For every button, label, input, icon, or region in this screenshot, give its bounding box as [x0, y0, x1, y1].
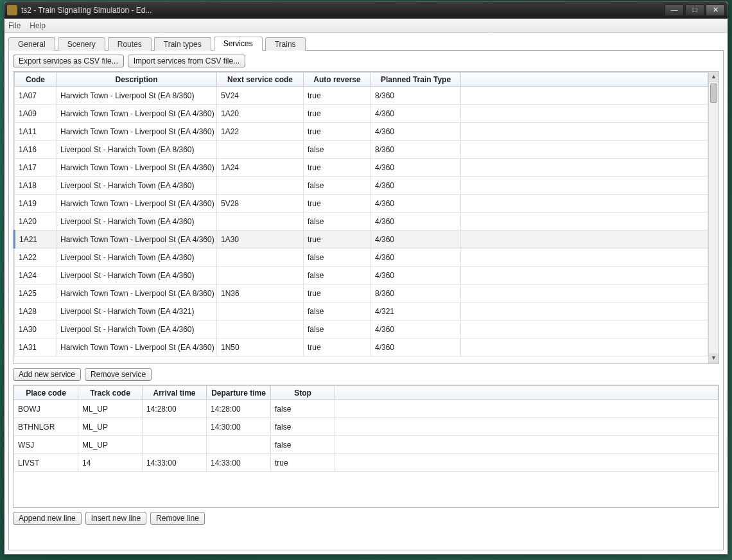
cell-next[interactable]: 5V24 [217, 87, 304, 105]
cell-arr[interactable] [143, 418, 207, 436]
remove-line-button[interactable]: Remove line [150, 512, 205, 525]
cell-desc[interactable]: Harwich Town Town - Liverpool St (EA 4/3… [57, 123, 217, 141]
cell-place[interactable]: WSJ [14, 436, 78, 454]
table-row[interactable]: BTHNLGRML_UP14:30:00false [14, 418, 719, 436]
col-track-code[interactable]: Track code [78, 386, 143, 400]
cell-type[interactable]: 8/360 [371, 284, 461, 302]
cell-type[interactable]: 4/360 [371, 177, 461, 195]
tab-routes[interactable]: Routes [108, 37, 152, 51]
titlebar[interactable]: ts2 - Train Signalling Simulation - Ed..… [4, 2, 728, 19]
cell-code[interactable]: 1A16 [15, 141, 57, 159]
tab-general[interactable]: General [8, 37, 55, 51]
cell-track[interactable]: 14 [78, 454, 143, 472]
cell-auto[interactable]: true [304, 338, 371, 356]
col-place-code[interactable]: Place code [14, 386, 78, 400]
col-arrival-time[interactable]: Arrival time [143, 386, 207, 400]
cell-desc[interactable]: Liverpool St - Harwich Town (EA 8/360) [57, 141, 217, 159]
col-departure-time[interactable]: Departure time [207, 386, 271, 400]
cell-code[interactable]: 1A07 [15, 87, 57, 105]
table-row[interactable]: 1A17Harwich Town Town - Liverpool St (EA… [15, 159, 708, 177]
col-auto-reverse[interactable]: Auto reverse [304, 73, 371, 87]
cell-auto[interactable]: true [304, 284, 371, 302]
table-row[interactable]: 1A16Liverpool St - Harwich Town (EA 8/36… [15, 141, 708, 159]
cell-desc[interactable]: Harwich Town Town - Liverpool St (EA 4/3… [57, 105, 217, 123]
cell-arr[interactable] [143, 436, 207, 454]
cell-code[interactable]: 1A22 [15, 249, 57, 267]
cell-arr[interactable]: 14:33:00 [143, 454, 207, 472]
cell-next[interactable] [217, 267, 304, 284]
scroll-up-icon[interactable]: ▲ [709, 72, 719, 82]
cell-type[interactable]: 4/360 [371, 320, 461, 338]
cell-type[interactable]: 4/360 [371, 338, 461, 356]
cell-desc[interactable]: Liverpool St - Harwich Town (EA 4/360) [57, 320, 217, 338]
tab-services[interactable]: Services [214, 37, 263, 51]
table-row[interactable]: LIVST1414:33:0014:33:00true [14, 454, 719, 472]
scroll-down-icon[interactable]: ▼ [709, 353, 719, 363]
table-row[interactable]: 1A07Harwich Town - Liverpool St (EA 8/36… [15, 87, 708, 105]
cell-desc[interactable]: Liverpool St - Harwich Town (EA 4/360) [57, 267, 217, 284]
cell-stop[interactable]: true [271, 454, 335, 472]
cell-auto[interactable]: false [304, 213, 371, 231]
col-code[interactable]: Code [15, 73, 57, 87]
table-row[interactable]: WSJML_UPfalse [14, 436, 719, 454]
cell-type[interactable]: 4/360 [371, 213, 461, 231]
cell-code[interactable]: 1A17 [15, 159, 57, 177]
cell-auto[interactable]: false [304, 320, 371, 338]
cell-stop[interactable]: false [271, 400, 335, 418]
cell-place[interactable]: BOWJ [14, 400, 78, 418]
table-row[interactable]: 1A11Harwich Town Town - Liverpool St (EA… [15, 123, 708, 141]
cell-code[interactable]: 1A19 [15, 195, 57, 213]
cell-next[interactable]: 1N50 [217, 338, 304, 356]
cell-desc[interactable]: Harwich Town Town - Liverpool St (EA 4/3… [57, 195, 217, 213]
cell-dep[interactable] [207, 436, 271, 454]
cell-type[interactable]: 8/360 [371, 141, 461, 159]
cell-code[interactable]: 1A18 [15, 177, 57, 195]
maximize-button[interactable]: □ [685, 4, 704, 16]
cell-auto[interactable]: true [304, 195, 371, 213]
cell-stop[interactable]: false [271, 418, 335, 436]
remove-service-button[interactable]: Remove service [85, 368, 152, 381]
cell-auto[interactable]: false [304, 141, 371, 159]
cell-desc[interactable]: Liverpool St - Harwich Town (EA 4/360) [57, 213, 217, 231]
close-button[interactable]: ✕ [706, 4, 725, 16]
cell-next[interactable]: 1N36 [217, 284, 304, 302]
table-row[interactable]: 1A30Liverpool St - Harwich Town (EA 4/36… [15, 320, 708, 338]
cell-next[interactable]: 1A20 [217, 105, 304, 123]
cell-next[interactable]: 1A22 [217, 123, 304, 141]
table-row[interactable]: 1A28Liverpool St - Harwich Town (EA 4/32… [15, 302, 708, 320]
cell-place[interactable]: BTHNLGR [14, 418, 78, 436]
col-description[interactable]: Description [57, 73, 217, 87]
cell-code[interactable]: 1A24 [15, 267, 57, 284]
cell-code[interactable]: 1A11 [15, 123, 57, 141]
export-csv-button[interactable]: Export services as CSV file... [13, 55, 124, 67]
cell-code[interactable]: 1A30 [15, 320, 57, 338]
cell-code[interactable]: 1A28 [15, 302, 57, 320]
col-planned-type[interactable]: Planned Train Type [371, 73, 461, 87]
table-row[interactable]: 1A09Harwich Town Town - Liverpool St (EA… [15, 105, 708, 123]
table-row[interactable]: 1A20Liverpool St - Harwich Town (EA 4/36… [15, 213, 708, 231]
cell-track[interactable]: ML_UP [78, 400, 143, 418]
cell-next[interactable] [217, 302, 304, 320]
cell-code[interactable]: 1A20 [15, 213, 57, 231]
table-row[interactable]: 1A31Harwich Town Town - Liverpool St (EA… [15, 338, 708, 356]
detail-table[interactable]: Place code Track code Arrival time Depar… [13, 385, 719, 472]
cell-auto[interactable]: false [304, 302, 371, 320]
cell-type[interactable]: 4/360 [371, 267, 461, 284]
cell-type[interactable]: 4/360 [371, 105, 461, 123]
cell-dep[interactable]: 14:28:00 [207, 400, 271, 418]
cell-auto[interactable]: true [304, 159, 371, 177]
cell-type[interactable]: 8/360 [371, 87, 461, 105]
insert-line-button[interactable]: Insert new line [85, 512, 146, 525]
tab-trains[interactable]: Trains [265, 37, 306, 51]
cell-code[interactable]: 1A09 [15, 105, 57, 123]
table-row[interactable]: BOWJML_UP14:28:0014:28:00false [14, 400, 719, 418]
append-line-button[interactable]: Append new line [13, 512, 82, 525]
cell-code[interactable]: 1A25 [15, 284, 57, 302]
table-row[interactable]: 1A22Liverpool St - Harwich Town (EA 4/36… [15, 249, 708, 267]
cell-desc[interactable]: Liverpool St - Harwich Town (EA 4/360) [57, 249, 217, 267]
cell-track[interactable]: ML_UP [78, 418, 143, 436]
scroll-thumb[interactable] [710, 83, 717, 103]
table-row[interactable]: 1A18Liverpool St - Harwich Town (EA 4/36… [15, 177, 708, 195]
cell-auto[interactable]: true [304, 123, 371, 141]
cell-next[interactable]: 1A24 [217, 159, 304, 177]
